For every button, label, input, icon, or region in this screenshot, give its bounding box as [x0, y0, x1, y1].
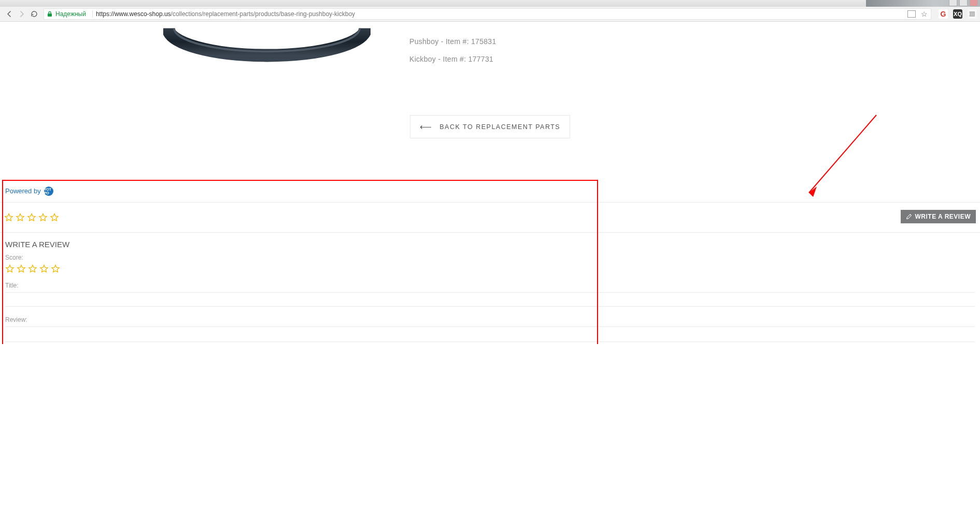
- star-outline-icon[interactable]: [39, 264, 49, 274]
- translate-icon[interactable]: [907, 10, 916, 18]
- extension-xq-icon[interactable]: XQ: [953, 9, 962, 19]
- review-body-textarea[interactable]: [5, 326, 975, 342]
- title-label: Title:: [5, 282, 975, 289]
- extension-g-icon[interactable]: G: [939, 9, 948, 19]
- security-label: Надежный: [55, 10, 86, 18]
- back-link-wrap: ⟵ BACK TO REPLACEMENT PARTS: [0, 84, 980, 180]
- star-outline-icon: [50, 213, 59, 222]
- powered-by-link[interactable]: Powered by: [5, 187, 41, 195]
- score-label: Score:: [5, 254, 975, 261]
- review-form: WRITE A REVIEW Score: Title: Review:: [0, 233, 980, 344]
- reviews-widget: Powered by YOT PO WRITE A REVIEW WRITE A…: [0, 180, 980, 344]
- powered-by-label: Powered by: [5, 187, 41, 195]
- star-outline-icon: [16, 213, 25, 222]
- write-review-button-label: WRITE A REVIEW: [915, 213, 971, 220]
- back-button[interactable]: [3, 8, 16, 20]
- star-outline-icon: [38, 213, 48, 222]
- browser-toolbar: Надежный https://www.wesco-shop.us/colle…: [0, 7, 980, 22]
- url-host: https://www.wesco-shop.us: [96, 10, 171, 18]
- url-text: https://www.wesco-shop.us/collections/re…: [96, 10, 355, 18]
- star-outline-icon[interactable]: [51, 264, 60, 274]
- score-stars-input[interactable]: [5, 264, 975, 276]
- browser-title-bar: Base Ring Pushboy / Kic… × Data protecti…: [0, 0, 980, 7]
- star-outline-icon[interactable]: [17, 264, 26, 274]
- extension-icons: G XQ: [934, 9, 977, 19]
- item-line: Kickboy - Item #: 177731: [409, 55, 496, 63]
- item-line: Pushboy - Item #: 175831: [409, 37, 496, 46]
- star-outline-icon[interactable]: [28, 264, 37, 274]
- window-controls: [949, 0, 978, 6]
- lock-icon: [47, 11, 52, 17]
- page-content: Pushboy - Item #: 175831 Kickboy - Item …: [0, 22, 980, 344]
- rating-summary-row: WRITE A REVIEW: [0, 203, 980, 233]
- star-outline-icon[interactable]: [5, 264, 15, 274]
- forward-button[interactable]: [16, 8, 28, 20]
- product-section: Pushboy - Item #: 175831 Kickboy - Item …: [0, 22, 980, 84]
- star-outline-icon: [4, 213, 13, 222]
- address-bar[interactable]: Надежный https://www.wesco-shop.us/colle…: [44, 8, 931, 20]
- product-ring-image: [163, 27, 371, 84]
- review-form-heading: WRITE A REVIEW: [5, 240, 975, 249]
- close-window-button[interactable]: [970, 0, 978, 6]
- extension-grid-icon[interactable]: [968, 9, 977, 19]
- separator: [92, 10, 93, 18]
- review-title-input[interactable]: [5, 292, 975, 307]
- address-bar-actions: ☆: [907, 10, 928, 18]
- back-to-collection-button[interactable]: ⟵ BACK TO REPLACEMENT PARTS: [410, 115, 570, 138]
- arrow-left-icon: ⟵: [420, 122, 433, 132]
- minimize-button[interactable]: [949, 0, 957, 6]
- yotpo-badge-icon: YOT PO: [44, 187, 53, 196]
- rating-stars: [4, 213, 59, 222]
- star-outline-icon: [27, 213, 36, 222]
- write-review-button[interactable]: WRITE A REVIEW: [901, 210, 976, 223]
- bookmark-star-icon[interactable]: ☆: [921, 10, 928, 18]
- pencil-icon: [906, 213, 912, 220]
- product-image: [124, 22, 409, 84]
- url-path: /collections/replacement-parts/products/…: [171, 10, 356, 18]
- back-button-label: BACK TO REPLACEMENT PARTS: [439, 123, 560, 131]
- maximize-button[interactable]: [959, 0, 968, 6]
- svg-rect-0: [48, 13, 52, 17]
- reload-button[interactable]: [28, 8, 40, 20]
- review-label: Review:: [5, 316, 975, 323]
- powered-by-row: Powered by YOT PO: [0, 180, 980, 203]
- product-info: Pushboy - Item #: 175831 Kickboy - Item …: [409, 22, 496, 84]
